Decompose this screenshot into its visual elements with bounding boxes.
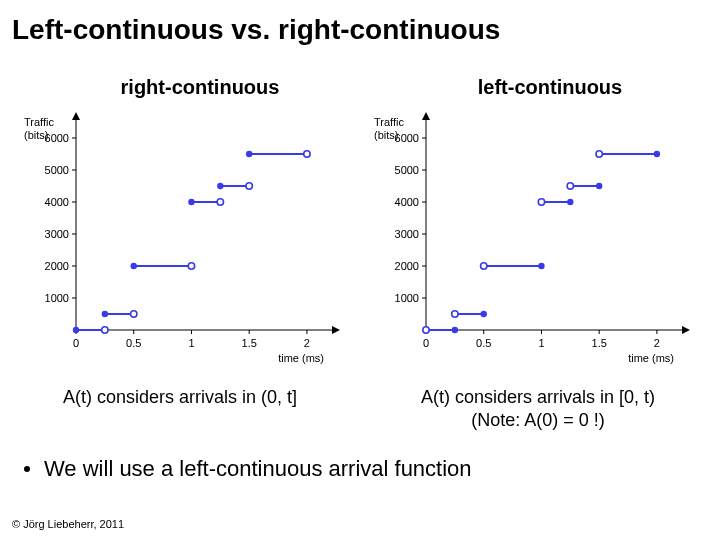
copyright: © Jörg Liebeherr, 2011: [12, 518, 124, 530]
svg-point-93: [596, 151, 602, 157]
svg-point-86: [567, 199, 573, 205]
bullet-dot-icon: [24, 466, 30, 472]
svg-point-90: [567, 183, 573, 189]
left-caption: A(t) considers arrivals in (0, t]: [40, 386, 320, 409]
svg-text:1.5: 1.5: [592, 337, 607, 349]
right-caption: A(t) considers arrivals in [0, t) (Note:…: [388, 386, 688, 431]
svg-point-92: [654, 151, 660, 157]
svg-text:2000: 2000: [45, 260, 69, 272]
svg-text:2: 2: [304, 337, 310, 349]
svg-text:time (ms): time (ms): [628, 352, 674, 364]
svg-text:5000: 5000: [395, 164, 419, 176]
svg-point-37: [188, 263, 194, 269]
right-caption-l2: (Note: A(0) = 0 !): [471, 410, 605, 430]
svg-text:1000: 1000: [395, 292, 419, 304]
svg-text:0: 0: [73, 337, 79, 349]
svg-text:Traffic: Traffic: [374, 116, 404, 128]
svg-point-31: [102, 327, 108, 333]
svg-point-78: [423, 327, 429, 333]
svg-text:1.5: 1.5: [242, 337, 257, 349]
svg-point-34: [131, 311, 137, 317]
svg-point-84: [481, 263, 487, 269]
svg-text:0: 0: [423, 337, 429, 349]
svg-text:Traffic: Traffic: [24, 116, 54, 128]
svg-text:4000: 4000: [45, 196, 69, 208]
svg-text:0.5: 0.5: [476, 337, 491, 349]
right-column-label: left-continuous: [440, 76, 660, 99]
svg-marker-1: [332, 326, 340, 334]
svg-text:(bits): (bits): [24, 129, 48, 141]
svg-marker-3: [72, 112, 80, 120]
svg-point-81: [452, 311, 458, 317]
svg-text:3000: 3000: [45, 228, 69, 240]
svg-text:1: 1: [538, 337, 544, 349]
svg-point-36: [131, 263, 137, 269]
svg-text:5000: 5000: [45, 164, 69, 176]
svg-point-42: [217, 183, 223, 189]
svg-text:(bits): (bits): [374, 129, 398, 141]
svg-marker-48: [682, 326, 690, 334]
svg-text:3000: 3000: [395, 228, 419, 240]
chart-left-continuous: 10002000300040005000600000.511.52Traffic…: [370, 110, 700, 370]
svg-text:1: 1: [188, 337, 194, 349]
svg-point-43: [246, 183, 252, 189]
page-title: Left-continuous vs. right-continuous: [12, 14, 500, 46]
svg-point-80: [481, 311, 487, 317]
svg-point-33: [102, 311, 108, 317]
bullet-text: We will use a left-continuous arrival fu…: [44, 456, 472, 481]
bullet-line: We will use a left-continuous arrival fu…: [24, 456, 472, 482]
svg-text:2: 2: [654, 337, 660, 349]
left-column-label: right-continuous: [90, 76, 310, 99]
svg-text:2000: 2000: [395, 260, 419, 272]
svg-point-83: [538, 263, 544, 269]
svg-text:0.5: 0.5: [126, 337, 141, 349]
svg-point-89: [596, 183, 602, 189]
svg-text:time (ms): time (ms): [278, 352, 324, 364]
svg-point-46: [304, 151, 310, 157]
svg-point-77: [452, 327, 458, 333]
svg-text:4000: 4000: [395, 196, 419, 208]
svg-point-39: [188, 199, 194, 205]
svg-text:1000: 1000: [45, 292, 69, 304]
svg-point-30: [73, 327, 79, 333]
slide: Left-continuous vs. right-continuous rig…: [0, 0, 720, 540]
svg-point-40: [217, 199, 223, 205]
svg-marker-50: [422, 112, 430, 120]
right-caption-l1: A(t) considers arrivals in [0, t): [421, 387, 655, 407]
svg-point-45: [246, 151, 252, 157]
svg-point-87: [538, 199, 544, 205]
chart-right-continuous: 10002000300040005000600000.511.52Traffic…: [20, 110, 350, 370]
